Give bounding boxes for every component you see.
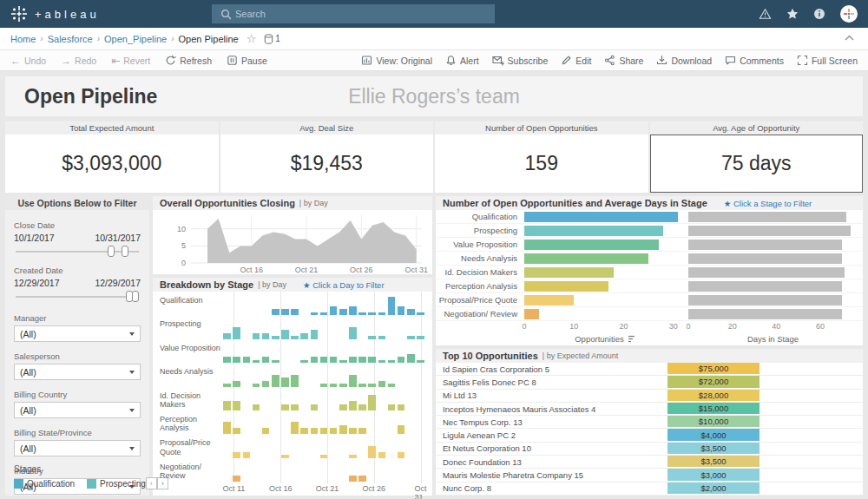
bar-mark[interactable]: [407, 309, 414, 315]
bar-mark[interactable]: [281, 309, 288, 315]
expected-amount-cell[interactable]: $75,000: [667, 363, 760, 374]
bar-mark[interactable]: [398, 425, 404, 435]
bar-mark[interactable]: [223, 384, 230, 387]
kpi-card-3[interactable]: Avg. Age of Opportunity75 days: [650, 121, 864, 193]
opportunities-bar-mark[interactable]: [524, 212, 678, 222]
table-row[interactable]: Nec Tempus Corp. 13$10,000: [436, 416, 863, 429]
bar-mark[interactable]: [417, 360, 424, 364]
expected-amount-cell[interactable]: $28,000: [667, 390, 760, 401]
bar-mark[interactable]: [281, 404, 288, 410]
bar-mark[interactable]: [291, 404, 298, 410]
bar-mark[interactable]: [339, 309, 346, 315]
table-row[interactable]: Id Sapien Cras Corporation 5$75,000: [436, 363, 863, 376]
table-row[interactable]: Mauris Molestie Pharetra Company 15$3,00…: [436, 469, 863, 482]
bar-mark[interactable]: [291, 422, 298, 434]
bar-mark[interactable]: [378, 360, 385, 364]
toolbar-revert-button[interactable]: ⇤Revert: [111, 55, 150, 66]
server-alert-icon[interactable]: [759, 8, 772, 20]
breadcrumb-workbook[interactable]: Open_Pipeline: [104, 34, 167, 44]
bar-mark[interactable]: [339, 360, 346, 364]
bar-mark[interactable]: [233, 327, 240, 339]
toolbar-view-button[interactable]: View: Original: [361, 55, 432, 66]
bar-mark[interactable]: [272, 336, 279, 339]
click-stage-filter-link[interactable]: ★ Click a Stage to Filter: [724, 199, 812, 208]
kpi-card-2[interactable]: Number of Open Opportunities159: [435, 121, 648, 193]
bar-mark[interactable]: [339, 425, 346, 435]
toolbar-download-button[interactable]: Download: [656, 55, 712, 66]
bar-mark[interactable]: [349, 306, 356, 316]
close-date-slider-handle-start[interactable]: [108, 246, 115, 257]
table-row[interactable]: Mi Ltd 13$28,000: [436, 390, 863, 403]
bar-mark[interactable]: [291, 375, 298, 387]
bar-mark[interactable]: [358, 357, 365, 363]
bar-mark[interactable]: [378, 312, 385, 316]
bar-mark[interactable]: [388, 360, 395, 364]
billing-state-province-dropdown[interactable]: (All): [14, 440, 141, 456]
bar-mark[interactable]: [233, 357, 240, 363]
bar-mark[interactable]: [349, 327, 356, 339]
bar-mark[interactable]: [311, 312, 318, 316]
bar-mark[interactable]: [223, 333, 230, 339]
bar-mark[interactable]: [378, 336, 385, 339]
bar-mark[interactable]: [349, 357, 356, 363]
bar-mark[interactable]: [358, 428, 365, 434]
bar-mark[interactable]: [233, 401, 240, 410]
expected-amount-cell[interactable]: $10,000: [667, 416, 760, 427]
bar-mark[interactable]: [281, 378, 288, 387]
expected-amount-cell[interactable]: $15,000: [667, 403, 760, 414]
table-row[interactable]: Inceptos Hymenaeos Mauris Associates 4$1…: [436, 403, 863, 416]
bar-mark[interactable]: [417, 336, 424, 339]
click-day-filter-link[interactable]: ★ Click a Day to Filter: [303, 280, 385, 290]
bar-mark[interactable]: [281, 330, 288, 339]
bar-mark[interactable]: [223, 401, 230, 410]
billing-country-dropdown[interactable]: (All): [14, 402, 141, 418]
close-date-slider-handle-end[interactable]: [122, 246, 128, 257]
opportunities-bar-mark[interactable]: [524, 240, 659, 250]
kpi-card-1[interactable]: Avg. Deal Size$19,453: [220, 121, 434, 193]
bar-mark[interactable]: [368, 312, 375, 316]
favorites-star-icon[interactable]: [786, 8, 799, 20]
bar-mark[interactable]: [398, 357, 404, 363]
bar-mark[interactable]: [398, 452, 404, 458]
opportunities-bar-mark[interactable]: [524, 253, 648, 264]
bar-mark[interactable]: [253, 360, 260, 364]
toolbar-edit-button[interactable]: Edit: [561, 55, 591, 66]
bar-mark[interactable]: [358, 312, 365, 316]
breadcrumb-home[interactable]: Home: [10, 34, 36, 44]
days-bar-mark[interactable]: [688, 253, 842, 264]
toolbar-redo-button[interactable]: →Redo: [61, 55, 96, 66]
toolbar-pause-button[interactable]: Pause: [227, 55, 267, 66]
global-search[interactable]: [212, 4, 495, 23]
bar-mark[interactable]: [233, 381, 240, 387]
bar-mark[interactable]: [368, 395, 375, 410]
legend-item-prospecting[interactable]: Prospecting: [87, 479, 146, 489]
bar-mark[interactable]: [311, 428, 318, 434]
days-bar-mark[interactable]: [688, 240, 842, 250]
bar-mark[interactable]: [262, 381, 269, 387]
bar-mark[interactable]: [243, 452, 250, 458]
bar-mark[interactable]: [349, 375, 356, 387]
days-bar-mark[interactable]: [688, 281, 842, 292]
sort-icon[interactable]: [628, 335, 635, 343]
closing-area-mark[interactable]: [207, 219, 417, 263]
bar-mark[interactable]: [407, 354, 414, 364]
bar-mark[interactable]: [330, 428, 337, 434]
toolbar-refresh-button[interactable]: Refresh: [165, 55, 212, 66]
toolbar-alert-button[interactable]: Alert: [445, 55, 479, 66]
days-bar-mark[interactable]: [688, 309, 842, 319]
bar-mark[interactable]: [262, 333, 269, 339]
legend-item-qualification[interactable]: Qualification: [14, 479, 75, 489]
manager-dropdown[interactable]: (All): [14, 325, 141, 342]
opportunities-bar-mark[interactable]: [524, 226, 663, 236]
bar-mark[interactable]: [320, 455, 327, 458]
tableau-logo[interactable]: +ableau: [10, 5, 100, 23]
bar-mark[interactable]: [398, 306, 404, 316]
bar-mark[interactable]: [311, 330, 318, 339]
bar-mark[interactable]: [291, 309, 298, 315]
days-bar-mark[interactable]: [688, 267, 845, 278]
table-row[interactable]: Sagittis Felis Donec PC 8$72,000: [436, 376, 863, 389]
toolbar-fullscreen-button[interactable]: Full Screen: [797, 55, 858, 66]
bar-mark[interactable]: [233, 428, 240, 434]
bar-mark[interactable]: [311, 404, 318, 410]
bar-mark[interactable]: [320, 428, 327, 434]
